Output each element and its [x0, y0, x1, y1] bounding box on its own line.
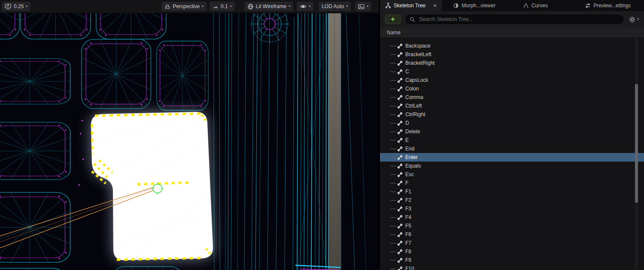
tree-row[interactable]: CtrlRight [380, 110, 644, 119]
tree-guide [390, 234, 396, 235]
bone-icon [397, 146, 403, 152]
lod-dropdown[interactable]: LOD Auto ▾ [319, 2, 351, 11]
bone-name: F3 [405, 206, 411, 212]
tree-guide [390, 217, 396, 218]
tab-preview-scene-settings[interactable]: Preview...ettings [580, 0, 636, 11]
tree-guide [390, 183, 396, 183]
tree-guide [390, 174, 396, 175]
tree-guide [390, 114, 396, 115]
tree-guide [390, 149, 396, 149]
chevron-down-icon: ▾ [309, 5, 310, 8]
tree-row[interactable]: Esc [380, 170, 644, 179]
bone-name: Enter [405, 154, 418, 160]
bone-name: BracketLeft [405, 51, 431, 57]
tree-row[interactable]: F8 [380, 247, 644, 256]
bone-icon [397, 189, 403, 195]
bone-icon [397, 69, 403, 75]
viewport-canvas[interactable] [0, 13, 379, 270]
search-box[interactable] [405, 14, 624, 25]
tree-row[interactable]: F1 [380, 187, 644, 196]
add-bone-button[interactable]: + [385, 15, 401, 24]
tree-guide [390, 54, 396, 55]
show-flags-dropdown[interactable]: ▾ [297, 2, 313, 11]
bone-icon [397, 77, 403, 84]
tree-row[interactable]: Delete [380, 127, 644, 136]
viewport-scale-label: 0.25 [14, 3, 24, 9]
tree-guide [390, 106, 396, 106]
viewport-fov-dropdown[interactable]: 0.1 ▾ [210, 2, 235, 11]
search-input[interactable] [418, 16, 620, 23]
chevron-down-icon: ▾ [289, 5, 290, 8]
chevron-down-icon: ▾ [26, 5, 27, 8]
tree-row[interactable]: BracketRight [380, 59, 644, 67]
tree-row[interactable]: F4 [380, 213, 644, 222]
tree-row[interactable]: Colon [380, 84, 644, 93]
skeleton-tree-list[interactable]: Backspace BracketLeft BracketRight [380, 38, 644, 270]
tree-row[interactable]: F2 [380, 196, 644, 204]
globe-icon [247, 3, 254, 10]
bone-icon [397, 111, 403, 118]
view-mode-label: Lit Wireframe [256, 3, 286, 9]
tree-rows: Backspace BracketLeft BracketRight [380, 42, 644, 270]
tree-guide [390, 80, 396, 81]
perspective-icon [164, 3, 170, 9]
chevron-down-icon: ▾ [346, 5, 348, 8]
tree-row[interactable]: C [380, 67, 644, 76]
tab-curves[interactable]: Curves [518, 0, 553, 11]
tree-settings-button[interactable]: ▾ [629, 16, 639, 23]
tree-row[interactable]: End [380, 144, 644, 153]
bone-icon [397, 51, 403, 58]
tree-row[interactable]: F10 [380, 264, 644, 270]
tree-row[interactable]: BracketLeft [380, 50, 644, 59]
tree-row[interactable]: F9 [380, 256, 644, 264]
chevron-down-icon: ▾ [637, 18, 639, 21]
bone-name: F6 [405, 231, 411, 237]
curves-icon [523, 3, 529, 9]
bone-icon [397, 223, 403, 229]
tree-row[interactable]: CtrlLeft [380, 102, 644, 110]
tree-row[interactable]: CapsLock [380, 76, 644, 84]
bone-icon [397, 86, 403, 92]
viewport-scale-dropdown[interactable]: 0.25 ▾ [2, 2, 30, 11]
screenshot-dropdown[interactable]: ▾ [355, 2, 371, 11]
tree-row[interactable]: F5 [380, 222, 644, 230]
view-mode-dropdown[interactable]: Lit Wireframe ▾ [244, 2, 293, 11]
tab-skeleton-tree[interactable]: Skeleton Tree × [380, 0, 442, 11]
tree-row[interactable]: Enter [380, 153, 644, 162]
tab-label: Morph...viewer [462, 3, 495, 9]
eye-icon [300, 3, 307, 9]
bone-icon [397, 214, 403, 221]
tab-morph-target-previewer[interactable]: Morph...viewer [448, 0, 501, 11]
tree-row[interactable]: Equals [380, 162, 644, 170]
camera-mode-dropdown[interactable]: Perspective ▾ [161, 2, 207, 11]
bone-name: Esc [405, 171, 414, 177]
bone-icon [397, 266, 403, 270]
tree-row[interactable]: E [380, 136, 644, 144]
bone-name: End [405, 146, 414, 152]
viewport[interactable]: 0.25 ▾ Perspective ▾ [0, 0, 379, 270]
tree-guide [390, 226, 396, 226]
tree-row[interactable]: F7 [380, 239, 644, 247]
tree-guide [390, 140, 396, 141]
panel-tab-bar: Skeleton Tree × Morph...viewer Curves [380, 0, 644, 11]
tree-row[interactable]: Backspace [380, 42, 644, 50]
tree-guide [390, 63, 396, 63]
bone-name: F4 [405, 214, 411, 220]
tree-row[interactable]: F3 [380, 204, 644, 213]
search-icon [410, 17, 415, 22]
tree-guide [390, 97, 396, 98]
bone-icon [397, 103, 403, 109]
bone-name: F5 [405, 223, 411, 229]
tree-row[interactable]: F [380, 179, 644, 187]
tree-guide [390, 200, 396, 201]
tree-column-header[interactable]: Name [380, 27, 644, 38]
tree-row[interactable]: Comma [380, 93, 644, 102]
tree-row[interactable]: F6 [380, 230, 644, 239]
skeleton-editor-window: 0.25 ▾ Perspective ▾ [0, 0, 644, 270]
tab-label: Curves [532, 3, 548, 9]
tree-row[interactable]: D [380, 119, 644, 127]
scrollbar-thumb[interactable] [635, 84, 638, 203]
close-tab-icon[interactable]: × [433, 3, 437, 9]
tree-guide [390, 192, 396, 192]
bone-name: Colon [405, 86, 419, 92]
